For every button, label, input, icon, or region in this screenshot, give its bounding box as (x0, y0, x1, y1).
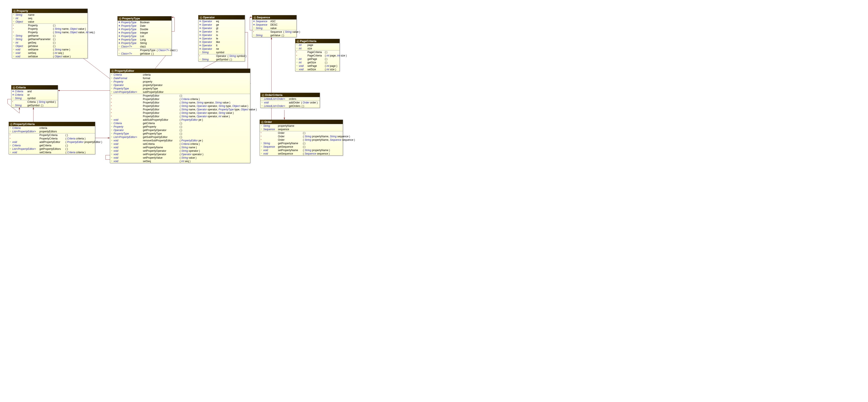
method-params: ( String symbol ) (37, 100, 56, 104)
field-name: eq (216, 20, 219, 23)
return-type (121, 49, 139, 52)
return-type: List<PropertyEditor> (114, 136, 142, 139)
method-name: PropertyCriteria (39, 134, 64, 137)
class-Order: Order○StringpropertyName○Sequencesequenc… (259, 120, 343, 155)
visibility-icon: ○ (10, 147, 12, 150)
methods-section: •PropertyEditor( )•PropertyEditor( Crite… (110, 94, 250, 163)
method-name: getPropertyType (143, 132, 178, 135)
field-type: Operator (202, 44, 215, 47)
return-type (114, 111, 142, 114)
return-type: int (299, 58, 306, 61)
field-name: orders (289, 97, 296, 100)
return-type: int (299, 61, 306, 64)
visibility-icon: ◆ (199, 30, 202, 33)
visibility-icon: ○ (111, 149, 114, 152)
return-type: void (114, 153, 142, 156)
field-name: clazz (140, 45, 146, 48)
visibility-icon: ◆ (119, 21, 121, 24)
method-name: getPropertyOperator (143, 129, 178, 132)
return-type: void (263, 152, 277, 155)
method-row: ○List<PropertyEditor>getPropertyEditors(… (9, 147, 95, 151)
field-type: int (299, 47, 306, 50)
return-type (263, 135, 277, 138)
method-name: PropertyEditor (143, 115, 178, 118)
method-params: ( int page ) (325, 64, 337, 67)
field-name: gt (216, 27, 218, 30)
field-name: criteria (143, 73, 151, 76)
methods-section: •Order( )•Order( String propertyName, St… (260, 131, 343, 155)
visibility-icon: ○ (111, 156, 114, 159)
return-type (299, 51, 306, 54)
visibility-icon: • (12, 100, 15, 104)
visibility-icon: • (111, 115, 114, 118)
class-PropertyEditor: PropertyEditor○Criteriacriteria○DateForm… (110, 68, 250, 163)
field-name: name (28, 13, 34, 17)
method-params: ( ) (180, 125, 182, 128)
return-type: Sequence (263, 145, 277, 148)
visibility-icon: ◆ (12, 90, 15, 93)
method-params: ( String name, Object value ) (53, 27, 86, 30)
field-name: propertyType (143, 87, 158, 90)
fields-section: ◆Operatoreq◆Operatorge◆Operatorgt◆Operat… (198, 20, 245, 54)
return-type (16, 24, 27, 27)
field-type: String (15, 97, 26, 100)
method-params: ( ) (230, 58, 232, 61)
visibility-icon: ○ (13, 52, 16, 55)
field-name: propertyName (278, 124, 294, 127)
method-row: ○voidaddSubPropertyEditor( PropertyEdito… (110, 118, 250, 121)
method-row: ○voidsetSize( int size ) (296, 68, 340, 71)
visibility-icon: ○ (111, 73, 114, 76)
visibility-icon: ◆ (119, 24, 121, 27)
field-type: Operator (202, 40, 215, 44)
method-params: ( String name, Operator operator, String… (180, 111, 234, 114)
method-name: PropertyEditor (143, 108, 178, 111)
method-row: ○voidsetValue( Object value ) (12, 55, 88, 58)
visibility-icon: ○ (296, 44, 299, 47)
return-type (114, 101, 142, 104)
method-params: ( String name, Object value, int seq ) (53, 31, 95, 34)
field-row: ◆Operatorgt (198, 27, 245, 30)
class-header: PropertyEditor (110, 69, 250, 73)
field-name: ge (216, 23, 219, 26)
return-type: void (299, 64, 306, 67)
method-name: addSubPropertyEditor (143, 118, 178, 121)
method-name: PropertyType (140, 49, 155, 52)
field-name: le (216, 37, 218, 40)
visibility-icon: ○ (13, 45, 16, 48)
field-row: ○Stringsymbol (11, 96, 58, 100)
method-params: ( ) (325, 61, 327, 64)
visibility-icon: ○ (111, 77, 114, 80)
field-name: ne (216, 48, 219, 51)
return-type: void (264, 101, 288, 104)
field-type: Criteria (114, 73, 142, 76)
method-name: setSeq (28, 52, 52, 55)
method-row: ○StringgetSymbol( ) (11, 104, 58, 107)
visibility-icon: ◆ (199, 37, 202, 40)
method-params: ( PropertyEditor propertyEditor ) (65, 141, 102, 144)
method-name: setValue (28, 55, 52, 58)
field-type: Operator (202, 23, 215, 26)
visibility-icon: ○ (261, 105, 264, 108)
method-row: •Sequence( String value ) (252, 30, 297, 34)
methods-section: •Operator( String symbol )○StringgetSymb… (198, 54, 245, 61)
method-name: getPage (307, 58, 323, 61)
visibility-icon: ○ (111, 153, 114, 156)
visibility-icon: ○ (12, 104, 15, 107)
visibility-icon: • (111, 101, 114, 104)
visibility-icon: ◆ (199, 20, 202, 23)
field-row: ◆Operatorne (198, 47, 245, 51)
method-params: ( ) (325, 51, 327, 54)
field-type: Class<?> (121, 45, 139, 48)
visibility-icon: • (253, 30, 256, 33)
method-row: •PropertyEditor( String name, Operator o… (110, 104, 250, 108)
visibility-icon: • (296, 54, 299, 57)
fields-section: ○StringpropertyName○Sequencesequence (260, 124, 343, 131)
visibility-icon: ○ (111, 129, 114, 132)
return-type: LinkedList<Order> (264, 105, 288, 108)
field-name: subPropertyEditor (143, 90, 163, 93)
method-name: getNameParameter (28, 38, 52, 41)
field-type: Property (114, 80, 142, 83)
return-type: Criteria (12, 144, 38, 147)
method-params: ( PropertyEditor pe ) (180, 139, 203, 142)
method-row: •Criteria( String symbol ) (11, 100, 58, 104)
